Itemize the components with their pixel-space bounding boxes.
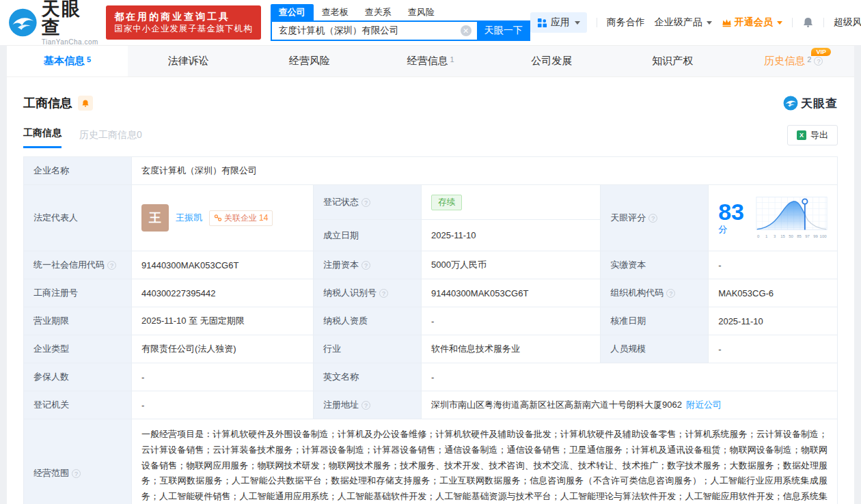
- tab-legal-litigation[interactable]: 法律诉讼: [128, 46, 249, 76]
- field-label-approval-date: 核准日期: [601, 307, 709, 335]
- table-row: 经营范围? 一般经营项目是：计算机软硬件及外围设备制造；计算机及办公设备维修；计…: [24, 419, 838, 504]
- table-row: 营业期限 2025-11-10 至 无固定期限 纳税人资质 - 核准日期 202…: [24, 307, 838, 335]
- address-text: 深圳市南山区粤海街道高新区社区高新南六道十号朗科大厦9062: [431, 400, 682, 410]
- company-tab-bar: 基本信息 5 法律诉讼 经营风险 经营信息 1 公司发展 知识产权 VIP 历史…: [7, 45, 854, 77]
- tab-label: 法律诉讼: [168, 55, 209, 68]
- chevron-down-icon: [575, 21, 580, 25]
- nav-open-vip[interactable]: 开通会员: [722, 16, 782, 29]
- nav-super-risk[interactable]: 超级风...: [834, 16, 861, 29]
- field-label-taxpayer-quality: 纳税人资质: [314, 307, 422, 335]
- related-companies-badge[interactable]: 关联企业 14: [209, 210, 273, 226]
- field-value-industry: 软件和信息技术服务业: [422, 335, 601, 363]
- logo-domain: TianYanCha.com: [42, 39, 99, 46]
- field-label-staff-size: 人员规模: [601, 335, 709, 363]
- field-value-reg-capital: 5000万人民币: [422, 251, 601, 279]
- tab-label: 经营风险: [289, 55, 330, 68]
- tab-label: 基本信息: [44, 55, 85, 68]
- field-value-reg-authority: -: [131, 391, 313, 419]
- help-icon[interactable]: ?: [361, 198, 370, 207]
- help-icon[interactable]: ?: [361, 261, 370, 270]
- field-value-insured-count: -: [131, 363, 313, 391]
- svg-text:100: 100: [820, 234, 828, 238]
- tab-label: 知识产权: [652, 55, 693, 68]
- search-tab-relation[interactable]: 查关系: [357, 4, 400, 20]
- table-row: 参保人数 - 英文名称 -: [24, 363, 838, 391]
- help-icon[interactable]: ?: [379, 289, 388, 298]
- score-marker-pin: [802, 199, 807, 204]
- promo-line2: 国家中小企业发展子基金旗下机构: [114, 23, 253, 35]
- nearby-companies-link[interactable]: 附近公司: [686, 400, 722, 410]
- search-tabs: 查公司 查老板 查关系 查风险: [271, 4, 530, 20]
- search-tab-risk[interactable]: 查风险: [400, 4, 443, 20]
- nav-risk-label: 超级风...: [834, 16, 861, 29]
- field-label-reg-number: 工商注册号: [24, 279, 132, 307]
- svg-text:99: 99: [813, 234, 818, 238]
- svg-text:0: 0: [757, 234, 760, 238]
- tab-label: 经营信息: [407, 55, 448, 68]
- help-icon[interactable]: ?: [648, 214, 657, 223]
- tab-operation-info[interactable]: 经营信息 1: [370, 46, 491, 76]
- nav-biz-label: 商务合作: [607, 16, 645, 29]
- divider: [597, 18, 597, 27]
- legal-rep-name-link[interactable]: 王振凯: [176, 212, 202, 224]
- search-button[interactable]: 天眼一下: [477, 20, 530, 41]
- nav-business-cooperation[interactable]: 商务合作: [607, 16, 645, 29]
- tab-company-development[interactable]: 公司发展: [491, 46, 612, 76]
- export-label: 导出: [810, 129, 828, 141]
- monitor-bell-icon[interactable]: [78, 96, 93, 111]
- tab-history-info[interactable]: VIP 历史信息 2 ?: [733, 46, 854, 76]
- field-label-establish-date: 成立日期: [314, 220, 422, 251]
- table-row: 企业名称 玄度计算机（深圳）有限公司: [24, 157, 838, 185]
- help-icon[interactable]: ?: [107, 261, 116, 270]
- apps-grid-icon: [537, 18, 547, 28]
- notifications-bell-icon[interactable]: [802, 16, 814, 29]
- field-value-taxpayer-id: 91440300MAK053CG6T: [422, 279, 601, 307]
- tianyancha-logo[interactable]: 天眼查 TianYanCha.com: [8, 0, 99, 46]
- field-value-staff-size: -: [709, 335, 838, 363]
- help-icon[interactable]: ?: [361, 401, 370, 410]
- help-icon[interactable]: ?: [814, 57, 823, 66]
- field-label-insured-count: 参保人数: [24, 363, 132, 391]
- field-label-reg-authority: 登记机关: [24, 391, 132, 419]
- help-icon[interactable]: ?: [666, 289, 675, 298]
- search-input[interactable]: [271, 20, 477, 41]
- business-info-table: 企业名称 玄度计算机（深圳）有限公司 法定代表人 王 王振凯 关联企业: [23, 156, 838, 504]
- subtab-business-info[interactable]: 工商信息: [23, 127, 62, 148]
- nav-vip-label: 开通会员: [735, 16, 773, 29]
- tab-operation-risk[interactable]: 经营风险: [249, 46, 370, 76]
- search-tab-company[interactable]: 查公司: [271, 4, 314, 20]
- score-axis-ticks: 0 1 3 15 50 85 97 99 100: [757, 234, 827, 238]
- table-row: 工商注册号 440300227395442 纳税人识别号? 91440300MA…: [24, 279, 838, 307]
- export-button[interactable]: X 导出: [787, 125, 838, 145]
- score-distribution-chart: 0 1 3 15 50 85 97 99 100: [756, 194, 828, 242]
- field-value-english-name: -: [422, 363, 838, 391]
- field-label-credit-code: 统一社会信用代码?: [24, 251, 132, 279]
- chevron-down-icon: [777, 21, 782, 25]
- tianyancha-eye-icon: [783, 96, 798, 111]
- score-unit: 分: [718, 224, 727, 234]
- clear-search-icon[interactable]: ✕: [461, 25, 472, 36]
- field-value-business-scope: 一般经营项目是：计算机软硬件及外围设备制造；计算机及办公设备维修；计算机软硬件及…: [131, 419, 837, 504]
- field-label-org-code: 组织机构代码?: [601, 279, 709, 307]
- help-icon[interactable]: ?: [72, 469, 81, 478]
- svg-text:1: 1: [765, 234, 768, 238]
- field-value-paid-capital: -: [709, 251, 838, 279]
- table-row: 企业类型 有限责任公司(法人独资) 行业 软件和信息技术服务业 人员规模 -: [24, 335, 838, 363]
- tab-basic-info[interactable]: 基本信息 5: [7, 46, 128, 76]
- apps-menu[interactable]: 应用: [530, 12, 587, 33]
- nav-enterprise-products[interactable]: 企业级产品: [655, 16, 712, 29]
- tab-intellectual-property[interactable]: 知识产权: [612, 46, 733, 76]
- tab-count: 2: [807, 55, 811, 64]
- subtab-history-business-info[interactable]: 历史工商信息0: [79, 129, 142, 148]
- table-row: 登记机关 - 注册地址? 深圳市南山区粤海街道高新区社区高新南六道十号朗科大厦9…: [24, 391, 838, 419]
- field-value-business-term: 2025-11-10 至 无固定期限: [131, 307, 313, 335]
- search-tab-boss[interactable]: 查老板: [314, 4, 357, 20]
- field-value-legal-rep: 王 王振凯 关联企业 14: [131, 185, 313, 251]
- section-title: 工商信息: [23, 95, 72, 111]
- field-value-taxpayer-quality: -: [422, 307, 601, 335]
- score-value: 83: [718, 199, 744, 225]
- field-value-score: 83分: [709, 185, 838, 251]
- avatar[interactable]: 王: [141, 204, 169, 232]
- svg-text:97: 97: [805, 234, 810, 238]
- apps-label: 应用: [551, 16, 570, 29]
